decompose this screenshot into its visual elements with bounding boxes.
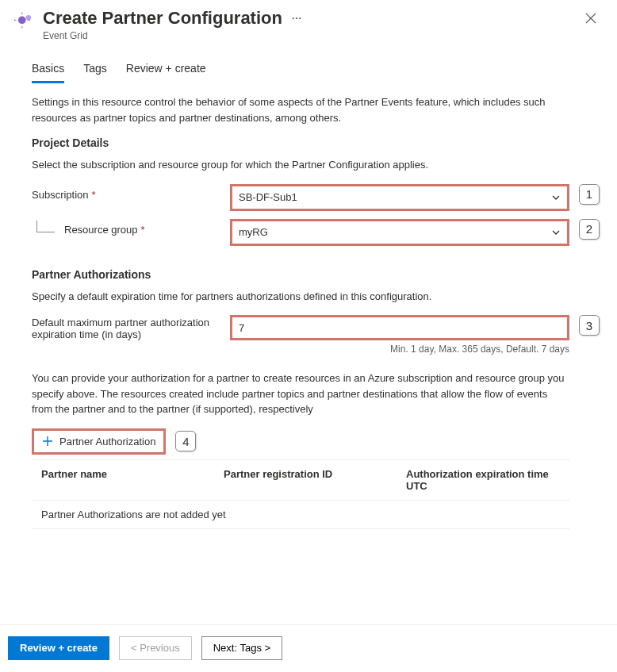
- expiration-hint: Min. 1 day, Max. 365 days, Default. 7 da…: [230, 344, 569, 355]
- project-details-desc: Select the subscription and resource gro…: [32, 157, 569, 173]
- col-registration-id: Partner registration ID: [224, 468, 406, 492]
- table-empty-row: Partner Authorizations are not added yet: [32, 501, 569, 529]
- project-details-heading: Project Details: [32, 136, 569, 149]
- callout-3: 3: [579, 315, 600, 336]
- partner-auth-desc: Specify a default expiration time for pa…: [32, 289, 569, 305]
- close-icon: [585, 13, 596, 24]
- subscription-value: SB-DF-Sub1: [239, 191, 297, 203]
- chevron-down-icon: [551, 193, 561, 202]
- gears-icon: [14, 11, 35, 32]
- tab-bar: Basics Tags Review + create: [32, 57, 603, 83]
- expiration-label: Default maximum partner authorization ex…: [32, 317, 230, 340]
- partner-auth-heading: Partner Authorizations: [32, 268, 569, 281]
- plus-icon: [42, 436, 53, 447]
- tab-tags[interactable]: Tags: [83, 57, 107, 83]
- callout-1: 1: [579, 184, 600, 205]
- required-marker: *: [141, 224, 145, 236]
- review-create-button[interactable]: Review + create: [8, 636, 109, 660]
- wizard-footer: Review + create < Previous Next: Tags >: [0, 624, 617, 671]
- expiration-input[interactable]: [232, 317, 567, 338]
- subscription-select[interactable]: SB-DF-Sub1: [232, 186, 567, 209]
- tab-basics[interactable]: Basics: [32, 57, 64, 83]
- service-name: Event Grid: [43, 30, 571, 41]
- required-marker: *: [92, 189, 96, 201]
- close-button[interactable]: [579, 8, 603, 31]
- col-partner-name: Partner name: [41, 468, 224, 492]
- chevron-down-icon: [551, 228, 561, 237]
- previous-button: < Previous: [119, 636, 192, 660]
- page-title: Create Partner Configuration: [43, 8, 282, 29]
- auth-info-text: You can provide your authorization for a…: [32, 371, 569, 417]
- col-expiration-utc: Authorization expiration time UTC: [406, 468, 560, 492]
- svg-point-0: [18, 17, 26, 25]
- more-menu[interactable]: ···: [292, 13, 302, 24]
- authorizations-table: Partner name Partner registration ID Aut…: [32, 459, 569, 529]
- resource-group-value: myRG: [239, 226, 268, 238]
- callout-2: 2: [579, 219, 600, 240]
- tab-review[interactable]: Review + create: [126, 57, 206, 83]
- add-partner-authorization-button[interactable]: Partner Authorization: [32, 428, 166, 455]
- resource-group-label: Resource group: [64, 224, 138, 236]
- resource-group-select[interactable]: myRG: [232, 221, 567, 244]
- callout-4: 4: [175, 431, 196, 451]
- intro-text: Settings in this resource control the be…: [32, 94, 569, 125]
- add-partner-authorization-label: Partner Authorization: [59, 436, 155, 447]
- subscription-label: Subscription: [32, 189, 89, 201]
- next-button[interactable]: Next: Tags >: [201, 636, 282, 660]
- svg-point-1: [26, 15, 32, 21]
